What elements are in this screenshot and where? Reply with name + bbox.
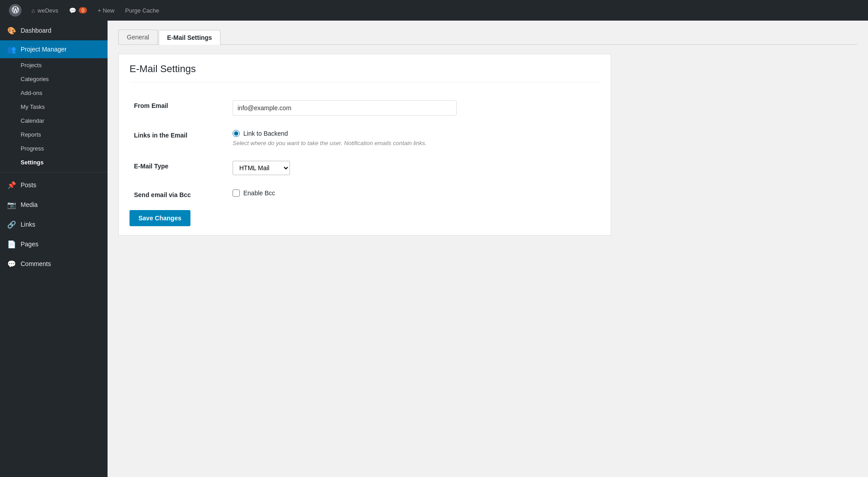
link-to-backend-radio[interactable] (233, 130, 240, 137)
site-name-label: weDevs (38, 7, 58, 14)
sidebar-pages-label: Pages (21, 241, 39, 248)
links-in-email-row: Links in the Email Link to Backend Selec… (130, 123, 600, 154)
pages-icon: 📄 (7, 240, 16, 249)
dashboard-icon: 🎨 (7, 26, 16, 35)
comments-count: 0 (79, 7, 87, 13)
wp-logo-symbol: Ⓦ (12, 6, 19, 15)
from-email-row: From Email (130, 93, 600, 123)
sidebar-item-dashboard[interactable]: 🎨 Dashboard (0, 21, 108, 40)
new-content-label: + New (98, 7, 114, 14)
from-email-input[interactable] (233, 100, 457, 116)
sidebar-media-label: Media (21, 201, 38, 208)
sidebar-item-project-manager[interactable]: 👥 Project Manager (0, 40, 108, 58)
sidebar-item-categories[interactable]: Categories (0, 72, 108, 86)
purge-cache-label: Purge Cache (125, 7, 159, 14)
sidebar-item-settings[interactable]: Settings (0, 155, 108, 169)
tab-general[interactable]: General (118, 30, 158, 44)
sidebar-item-comments[interactable]: 💬 Comments (0, 254, 108, 274)
posts-icon: 📌 (7, 180, 16, 189)
links-in-email-label: Links in the Email (134, 132, 187, 139)
sidebar-item-links[interactable]: 🔗 Links (0, 215, 108, 234)
sidebar-item-my-tasks[interactable]: My Tasks (0, 100, 108, 114)
site-name-button[interactable]: ⌂ weDevs (26, 0, 64, 21)
bcc-checkbox-label: Enable Bcc (243, 189, 275, 197)
main-layout: 🎨 Dashboard 👥 Project Manager Projects C… (0, 21, 868, 477)
sidebar-posts-label: Posts (21, 181, 36, 189)
project-manager-icon: 👥 (7, 45, 16, 54)
bcc-checkbox[interactable] (233, 189, 240, 197)
bcc-checkbox-row: Enable Bcc (233, 189, 596, 197)
link-to-backend-option: Link to Backend (233, 130, 596, 137)
bcc-label: Send email via Bcc (134, 191, 191, 198)
sidebar-item-media[interactable]: 📷 Media (0, 195, 108, 215)
sidebar-item-posts[interactable]: 📌 Posts (0, 175, 108, 195)
settings-form-table: From Email Links in the Email (130, 93, 600, 206)
sidebar-links-label: Links (21, 221, 35, 228)
comments-icon: 💬 (69, 7, 76, 14)
main-content: General E-Mail Settings E-Mail Settings … (108, 21, 868, 477)
purge-cache-button[interactable]: Purge Cache (120, 0, 164, 21)
save-changes-button[interactable]: Save Changes (130, 210, 190, 226)
settings-panel: E-Mail Settings From Email (118, 54, 611, 236)
sidebar-item-projects[interactable]: Projects (0, 58, 108, 72)
page-title: E-Mail Settings (130, 63, 600, 82)
link-to-backend-label: Link to Backend (243, 130, 288, 137)
sidebar: 🎨 Dashboard 👥 Project Manager Projects C… (0, 21, 108, 477)
bcc-row: Send email via Bcc Enable Bcc (130, 182, 600, 206)
links-hint: Select where do you want to take the use… (233, 140, 596, 146)
sidebar-item-addons[interactable]: Add-ons (0, 86, 108, 100)
from-email-label: From Email (134, 102, 168, 109)
sidebar-divider-1 (0, 172, 108, 172)
email-type-label: E-Mail Type (134, 163, 168, 170)
admin-bar: Ⓦ ⌂ weDevs 💬 0 + New Purge Cache (0, 0, 868, 21)
media-icon: 📷 (7, 200, 16, 209)
sidebar-item-reports[interactable]: Reports (0, 128, 108, 142)
sidebar-pm-label: Project Manager (21, 46, 67, 53)
wp-icon: Ⓦ (9, 4, 22, 17)
sidebar-comments-icon: 💬 (7, 259, 16, 268)
email-type-row: E-Mail Type HTML Mail Plain Text (130, 154, 600, 182)
wp-logo-button[interactable]: Ⓦ (4, 0, 26, 21)
sidebar-item-pages[interactable]: 📄 Pages (0, 234, 108, 254)
links-icon: 🔗 (7, 220, 16, 229)
email-type-select[interactable]: HTML Mail Plain Text (233, 161, 290, 175)
tab-bar: General E-Mail Settings (118, 30, 857, 45)
new-content-button[interactable]: + New (92, 0, 120, 21)
sidebar-comments-label: Comments (21, 260, 51, 267)
sidebar-item-progress[interactable]: Progress (0, 142, 108, 155)
sidebar-dashboard-label: Dashboard (21, 27, 52, 34)
sidebar-item-calendar[interactable]: Calendar (0, 114, 108, 128)
comments-button[interactable]: 💬 0 (64, 0, 92, 21)
tab-email-settings[interactable]: E-Mail Settings (159, 30, 220, 45)
home-icon: ⌂ (31, 7, 35, 14)
